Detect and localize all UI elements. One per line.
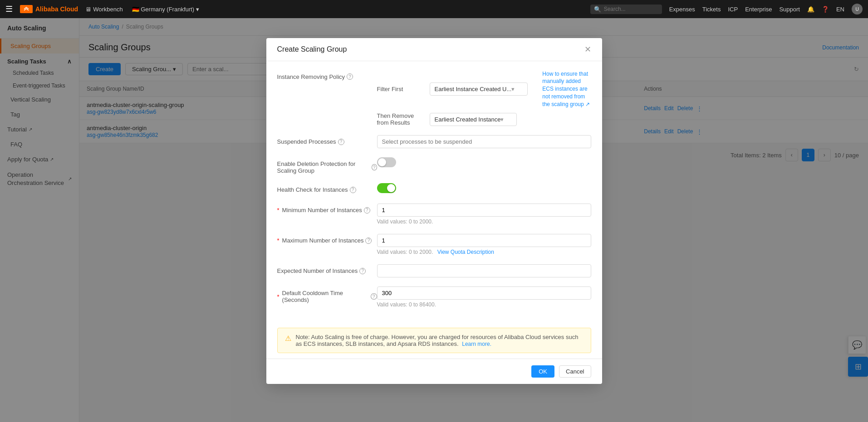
cancel-button[interactable]: Cancel [559, 365, 591, 378]
filter-first-select[interactable]: Earliest Instance Created U... ▾ [430, 82, 528, 96]
cooldown-time-row: Default Cooldown Time (Seconds) ? Valid … [277, 286, 591, 308]
suspended-processes-input[interactable] [377, 135, 591, 148]
icp-link[interactable]: ICP [728, 6, 738, 13]
lang-select[interactable]: EN [836, 6, 844, 13]
view-quota-link[interactable]: View Quota Description [437, 249, 494, 255]
enterprise-link[interactable]: Enterprise [745, 6, 772, 13]
minimum-instances-control: Valid values: 0 to 2000. [377, 204, 591, 225]
maximum-instances-label: Maximum Number of Instances ? [277, 234, 377, 244]
warning-icon: ⚠ [285, 334, 291, 343]
workbench-nav[interactable]: 🖥Workbench [85, 6, 123, 13]
expected-instances-input[interactable] [377, 264, 591, 277]
health-check-row: Health Check for Instances ? [277, 183, 591, 194]
filter-first-label: Filter First [377, 86, 422, 92]
logo: Alibaba Cloud [20, 5, 78, 13]
ok-button[interactable]: OK [531, 365, 554, 378]
support-link[interactable]: Support [779, 6, 800, 13]
expected-instances-row: Expected Number of Instances ? [277, 264, 591, 277]
modal-title: Create Scaling Group [277, 45, 347, 53]
expenses-link[interactable]: Expenses [669, 6, 695, 13]
logo-icon [20, 5, 33, 13]
maximum-instances-control: Valid values: 0 to 2000. View Quota Desc… [377, 234, 591, 255]
modal-footer: OK Cancel [266, 359, 602, 384]
create-scaling-group-modal: Create Scaling Group ✕ Instance Removing… [266, 38, 602, 384]
deletion-protection-control [377, 157, 591, 169]
then-remove-row: Then Removefrom Results Earliest Created… [377, 112, 591, 126]
expected-instances-label: Expected Number of Instances ? [277, 264, 377, 274]
expected-instances-control [377, 264, 591, 277]
top-nav: ☰ Alibaba Cloud 🖥Workbench 🇩🇪 Germany (F… [0, 0, 868, 18]
instance-removing-policy-help[interactable]: ? [347, 73, 353, 80]
expected-instances-help[interactable]: ? [359, 268, 366, 274]
help-icon[interactable]: ❓ [822, 6, 829, 13]
filter-first-chevron-icon: ▾ [511, 86, 515, 92]
ecs-instances-hint-link[interactable]: How to ensure that manually added ECS in… [542, 71, 590, 107]
then-remove-select-wrapper: Earliest Created Instance ▾ [430, 113, 517, 126]
minimum-instances-input[interactable] [377, 204, 591, 217]
health-check-control [377, 183, 591, 194]
suspended-processes-row: Suspended Processes ? [277, 135, 591, 148]
health-check-toggle-knob [387, 184, 395, 192]
then-remove-label: Then Removefrom Results [377, 112, 422, 126]
cooldown-time-help[interactable]: ? [371, 293, 377, 300]
global-search[interactable]: 🔍 [590, 5, 662, 14]
maximum-instances-row: Maximum Number of Instances ? Valid valu… [277, 234, 591, 255]
suspended-processes-control [377, 135, 591, 148]
deletion-protection-toggle[interactable] [377, 157, 396, 167]
maximum-instances-input[interactable] [377, 234, 591, 247]
logo-text: Alibaba Cloud [35, 5, 78, 13]
cooldown-time-label: Default Cooldown Time (Seconds) ? [277, 286, 377, 303]
suspended-processes-help[interactable]: ? [338, 139, 344, 145]
hamburger-icon[interactable]: ☰ [5, 4, 13, 14]
deletion-protection-label: Enable Deletion Protection for Scaling G… [277, 157, 377, 174]
minimum-instances-hint: Valid values: 0 to 2000. [377, 218, 591, 225]
maximum-instances-hint: Valid values: 0 to 2000. View Quota Desc… [377, 249, 591, 255]
minimum-instances-row: Minimum Number of Instances ? Valid valu… [277, 204, 591, 225]
health-check-toggle[interactable] [377, 183, 396, 193]
minimum-instances-help[interactable]: ? [364, 207, 370, 213]
maximum-instances-help[interactable]: ? [365, 238, 372, 244]
nav-items: 🖥Workbench 🇩🇪 Germany (Frankfurt) ▾ [85, 6, 199, 13]
policy-grid: Filter First Earliest Instance Created U… [377, 70, 591, 126]
search-input[interactable] [604, 6, 658, 12]
health-check-help[interactable]: ? [350, 187, 356, 193]
then-remove-select[interactable]: Earliest Created Instance ▾ [430, 113, 517, 126]
search-icon: 🔍 [594, 6, 601, 13]
tickets-link[interactable]: Tickets [702, 6, 721, 13]
cooldown-time-control: Valid values: 0 to 86400. [377, 286, 591, 308]
deletion-protection-toggle-knob [378, 158, 386, 166]
region-nav[interactable]: 🇩🇪 Germany (Frankfurt) ▾ [132, 6, 199, 13]
health-check-label: Health Check for Instances ? [277, 183, 377, 193]
learn-more-link[interactable]: Learn more. [462, 341, 491, 347]
modal-body: Instance Removing Policy ? Filter First … [266, 61, 602, 326]
instance-removing-policy-control: Filter First Earliest Instance Created U… [377, 70, 591, 126]
then-remove-chevron-icon: ▾ [500, 116, 504, 123]
instance-removing-policy-label: Instance Removing Policy ? [277, 70, 377, 80]
filter-first-row: Filter First Earliest Instance Created U… [377, 70, 591, 108]
deletion-protection-row: Enable Deletion Protection for Scaling G… [277, 157, 591, 174]
nav-right: 🔍 Expenses Tickets ICP Enterprise Suppor… [590, 4, 863, 15]
suspended-processes-label: Suspended Processes ? [277, 135, 377, 145]
modal-close-button[interactable]: ✕ [584, 45, 591, 53]
instance-removing-policy-row: Instance Removing Policy ? Filter First … [277, 70, 591, 126]
note-container: ⚠ Note: Auto Scaling is free of charge. … [266, 326, 602, 359]
modal-header: Create Scaling Group ✕ [266, 38, 602, 61]
notification-icon[interactable]: 🔔 [807, 6, 814, 13]
cooldown-time-input[interactable] [377, 286, 591, 300]
avatar[interactable]: U [852, 4, 863, 15]
minimum-instances-label: Minimum Number of Instances ? [277, 204, 377, 213]
deletion-protection-help[interactable]: ? [372, 164, 377, 170]
note-text: Note: Auto Scaling is free of charge. Ho… [296, 334, 584, 347]
note-box: ⚠ Note: Auto Scaling is free of charge. … [277, 328, 591, 353]
cooldown-time-hint: Valid values: 0 to 86400. [377, 301, 591, 308]
filter-first-select-wrapper: Earliest Instance Created U... ▾ [430, 82, 528, 96]
